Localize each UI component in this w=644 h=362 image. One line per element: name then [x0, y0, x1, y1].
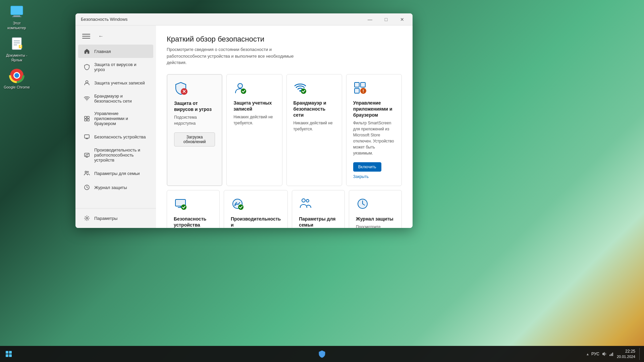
sidebar-item-virus[interactable]: Защита от вирусов и угроз — [78, 59, 153, 75]
history-nav-icon — [84, 184, 90, 191]
svg-rect-38 — [361, 82, 365, 87]
card-device[interactable]: Безопасность устройства Просмотр состоян… — [167, 190, 220, 228]
card-history[interactable]: Журнал защиты Просмотрите последние дейс… — [349, 190, 402, 228]
card-firewall[interactable]: Брандмауэр и безопасность сети Никаких д… — [286, 74, 342, 186]
svg-point-30 — [86, 218, 88, 219]
windows-security-window: Безопасность Windows — □ ✕ ← — [75, 13, 413, 228]
card-family[interactable]: Параметры для семьи Определяйте условия … — [292, 190, 345, 228]
sidebar-label-apps: Управление приложениями и браузером — [94, 111, 148, 126]
svg-point-28 — [87, 171, 89, 173]
svg-point-45 — [181, 204, 186, 210]
family-icon — [299, 197, 312, 210]
svg-point-33 — [238, 83, 243, 88]
wifi-nav-icon — [84, 95, 90, 102]
card-virus[interactable]: ✕ Защита от вирусов и угроз Подсистема н… — [167, 74, 222, 186]
card-desc-virus: Подсистема недоступна — [174, 114, 215, 126]
gear-icon — [84, 215, 90, 222]
card-perf[interactable]: Производительность и работоспособность у… — [224, 190, 288, 228]
hamburger-button[interactable] — [81, 31, 92, 42]
sidebar-item-settings[interactable]: Параметры — [78, 212, 153, 225]
window-title: Безопасность Windows — [81, 17, 127, 22]
sidebar-label-firewall: Брандмауэр и безопасность сети — [94, 94, 148, 104]
card-desc-apps: Фильтр SmartScreen для приложений из Mic… — [353, 120, 395, 156]
svg-rect-51 — [609, 355, 610, 356]
tray-chevron[interactable]: ▲ — [586, 352, 589, 356]
svg-rect-2 — [12, 16, 21, 17]
maximize-button[interactable]: □ — [378, 14, 394, 24]
desktop-icon-computer[interactable]: Этот компьютер — [3, 3, 30, 31]
svg-rect-21 — [85, 135, 89, 138]
svg-rect-17 — [85, 116, 87, 118]
sidebar-label-accounts: Защита учетных записей — [94, 80, 145, 85]
minimize-button[interactable]: — — [362, 14, 378, 24]
sidebar-bottom: Параметры — [75, 208, 156, 225]
sidebar-item-home[interactable]: Главная — [78, 45, 153, 58]
speaker-icon[interactable] — [601, 351, 607, 357]
computer-label: Этот компьютер — [3, 21, 30, 31]
apps-warn-icon: ! — [353, 81, 367, 95]
sidebar-label-history: Журнал защиты — [94, 185, 127, 190]
back-button[interactable]: ← — [96, 31, 106, 42]
card-icon-wrap-firewall — [293, 81, 308, 96]
desktop-icon-chrome[interactable]: Google Chrome — [3, 67, 30, 89]
svg-point-14 — [14, 73, 19, 78]
svg-point-16 — [87, 100, 87, 101]
sidebar-item-history[interactable]: Журнал защиты — [78, 181, 153, 194]
virus-update-button[interactable]: Загрузка обновлений — [174, 132, 215, 146]
svg-point-35 — [299, 90, 301, 92]
sidebar-item-perf[interactable]: Производительность и работоспособность у… — [78, 144, 153, 166]
apps-close-link[interactable]: Закрыть — [353, 174, 395, 179]
cards-grid-bottom: Безопасность устройства Просмотр состоян… — [167, 190, 402, 228]
monitor-ok-icon — [174, 197, 187, 210]
card-icon-wrap-family — [299, 197, 314, 212]
sidebar-item-accounts[interactable]: Защита учетных записей — [78, 76, 153, 89]
show-desktop-button[interactable] — [639, 348, 641, 360]
desktop-icon-docs[interactable]: Документы - Ярлык — [3, 36, 30, 63]
card-icon-wrap-virus: ✕ — [174, 81, 189, 96]
apps-enable-button[interactable]: Включить — [353, 162, 381, 172]
card-icon-wrap-apps: ! — [353, 81, 368, 96]
sidebar-item-family[interactable]: Параметры для семьи — [78, 167, 153, 180]
card-title-family: Параметры для семьи — [299, 216, 338, 228]
card-icon-wrap-history — [356, 197, 371, 212]
network-icon[interactable] — [609, 351, 614, 357]
svg-rect-19 — [85, 119, 87, 121]
page-title: Краткий обзор безопасности — [167, 35, 402, 44]
sidebar-item-apps[interactable]: Управление приложениями и браузером — [78, 108, 153, 129]
sidebar-item-firewall[interactable]: Брандмауэр и безопасность сети — [78, 90, 153, 107]
apps-nav-icon — [84, 115, 90, 122]
sidebar: ← Главная — [75, 25, 156, 228]
perf-ok-icon — [231, 197, 244, 210]
home-icon — [84, 48, 90, 55]
chrome-icon — [9, 67, 25, 83]
sidebar-top: ← — [75, 28, 156, 44]
svg-point-15 — [86, 81, 88, 83]
svg-point-47 — [238, 204, 244, 210]
card-icon-wrap-accounts — [233, 81, 248, 96]
history-icon — [356, 197, 369, 210]
perf-nav-icon — [84, 152, 90, 159]
card-icon-wrap-perf — [231, 197, 246, 212]
sidebar-item-device[interactable]: Безопасность устройства — [78, 130, 153, 143]
shield-nav-icon — [84, 64, 90, 70]
card-desc-history: Просмотрите последние действия и рекомен… — [356, 224, 395, 228]
svg-point-34 — [241, 88, 246, 94]
card-title-firewall: Брандмауэр и безопасность сети — [293, 100, 335, 118]
card-apps[interactable]: ! Управление приложениями и браузером Фи… — [346, 74, 402, 186]
sidebar-label-home: Главная — [94, 49, 111, 54]
chrome-label: Google Chrome — [4, 85, 30, 89]
system-tray: ▲ РУС — [586, 351, 614, 357]
language-indicator: РУС — [591, 352, 599, 356]
windows-logo-icon — [6, 351, 12, 357]
window-body: ← Главная — [75, 25, 413, 228]
svg-rect-53 — [612, 353, 613, 356]
sidebar-label-virus: Защита от вирусов и угроз — [94, 62, 148, 72]
card-accounts[interactable]: Защита учетных записей Никаких действий … — [226, 74, 282, 186]
close-button[interactable]: ✕ — [394, 14, 410, 24]
taskbar-security-icon[interactable] — [315, 347, 329, 361]
card-icon-wrap-device — [174, 197, 189, 212]
sidebar-label-family: Параметры для семьи — [94, 171, 140, 176]
page-subtitle: Просмотрите сведения о состоянии безопас… — [167, 46, 301, 66]
card-title-perf: Производительность и работоспособность у… — [231, 216, 281, 228]
start-button[interactable] — [3, 349, 14, 359]
